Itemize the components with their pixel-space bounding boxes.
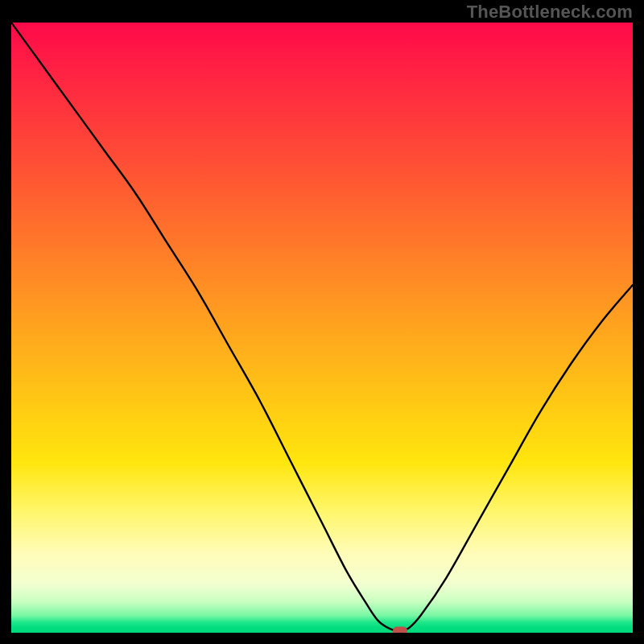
curve-path [11,23,633,631]
bottleneck-curve [11,23,633,633]
plot-area [11,23,633,633]
optimal-point-marker [393,626,407,633]
watermark-text: TheBottleneck.com [467,2,633,23]
chart-frame: TheBottleneck.com [0,0,644,644]
